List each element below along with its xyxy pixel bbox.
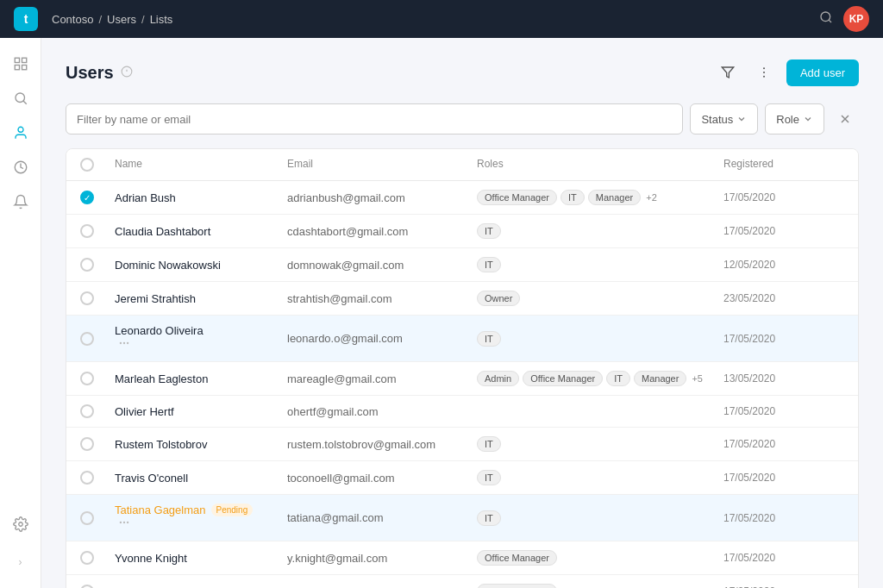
role-tag: IT — [477, 331, 501, 347]
sidebar-expand-button[interactable]: › — [5, 547, 36, 578]
status-filter-dropdown[interactable]: Status — [690, 103, 758, 134]
main-layout: › Users — [0, 38, 883, 588]
global-search-icon[interactable] — [819, 10, 833, 28]
breadcrumb-contoso[interactable]: Contoso — [52, 13, 93, 26]
registered-date: 17/05/2020 — [723, 552, 844, 564]
role-extra-count: +5 — [692, 373, 703, 384]
sidebar-item-settings[interactable] — [5, 509, 36, 540]
table-row[interactable]: Tatiana GagelmanPendingtatiana@gmail.com… — [66, 495, 858, 541]
roles-cell: IT — [477, 257, 723, 272]
sidebar-item-dashboard[interactable] — [5, 48, 36, 79]
user-email: rustem.tolstobrov@gmail.com — [287, 438, 477, 451]
page-title: Users — [66, 63, 114, 83]
svg-point-8 — [18, 127, 23, 132]
svg-point-17 — [763, 76, 765, 78]
user-email: toconoell@gmail.com — [287, 472, 477, 485]
table-row[interactable]: Olivier Hertfohertf@gmail.com17/05/2020 — [66, 396, 858, 428]
row-checkbox[interactable] — [80, 437, 94, 451]
breadcrumb-users[interactable]: Users — [107, 13, 136, 26]
filter-input-wrapper[interactable] — [66, 103, 683, 134]
row-checkbox[interactable] — [80, 191, 94, 204]
user-email: mareagle@gmail.com — [287, 372, 477, 385]
row-checkbox[interactable] — [80, 471, 94, 485]
user-name: Leonardo Oliveira — [115, 324, 287, 337]
svg-point-10 — [18, 522, 22, 527]
sidebar-item-notifications[interactable] — [5, 186, 36, 217]
header-roles: Roles — [477, 158, 723, 172]
table-header: Name Email Roles Registered — [66, 149, 858, 181]
filter-clear-button[interactable] — [831, 105, 859, 133]
role-tag: Manager — [634, 371, 686, 386]
user-email: cdashtabort@gmail.com — [287, 225, 477, 238]
sidebar-item-search[interactable] — [5, 83, 36, 114]
user-email: ohertf@gmail.com — [287, 405, 477, 418]
header-checkbox-col — [80, 158, 115, 172]
registered-date: 12/05/2020 — [723, 259, 844, 271]
role-tag: Office Manager — [523, 371, 603, 386]
row-checkbox[interactable] — [80, 258, 94, 272]
role-tag: Office Manager — [477, 550, 557, 566]
table-row[interactable]: Rustem Tolstobrovrustem.tolstobrov@gmail… — [66, 428, 858, 461]
roles-cell: IT — [477, 436, 723, 452]
table-body: Adrian Bushadrianbush@gmail.comOffice Ma… — [66, 181, 858, 588]
add-user-button[interactable]: Add user — [786, 59, 859, 86]
registered-date: 17/05/2020 — [723, 405, 844, 417]
role-tag: IT — [477, 257, 501, 272]
svg-rect-4 — [15, 66, 19, 70]
row-more-icon[interactable] — [115, 334, 134, 355]
role-tag: IT — [477, 223, 501, 239]
user-email: leonardo.o@gmail.com — [287, 332, 477, 345]
row-checkbox[interactable] — [80, 511, 94, 525]
registered-date: 17/05/2020 — [723, 438, 844, 450]
table-row[interactable]: Dominic Nowakowskidomnowak@gmail.comIT12… — [66, 248, 858, 282]
table-row[interactable]: Claudia Dashtabortcdashtabort@gmail.comI… — [66, 215, 858, 248]
select-all-checkbox[interactable] — [80, 158, 94, 172]
row-checkbox[interactable] — [80, 404, 94, 418]
row-checkbox[interactable] — [80, 332, 94, 346]
user-name: Rustem Tolstobrov — [115, 438, 287, 451]
table-row[interactable]: Yvonne Knighty.knight@gmail.comOffice Ma… — [66, 541, 858, 575]
table-row[interactable]: Marleah Eaglestonmareagle@gmail.comAdmin… — [66, 362, 858, 396]
roles-cell: Office ManagerITManager+2 — [477, 190, 723, 205]
user-email: tatiana@gmail.com — [287, 511, 477, 524]
sidebar-item-activity[interactable] — [5, 152, 36, 183]
row-checkbox[interactable] — [80, 291, 94, 305]
svg-point-25 — [127, 522, 128, 523]
table-row[interactable]: Jeremi Strahtishstrahtish@gmail.comOwner… — [66, 282, 858, 316]
registered-date: 17/05/2020 — [723, 225, 844, 237]
role-tag: IT — [560, 190, 585, 205]
more-options-button[interactable] — [750, 59, 778, 86]
row-checkbox[interactable] — [80, 585, 94, 588]
app-logo[interactable]: t — [14, 7, 38, 31]
registered-date: 17/05/2020 — [723, 191, 844, 203]
header-email: Email — [287, 158, 477, 172]
svg-point-24 — [123, 522, 125, 523]
row-checkbox[interactable] — [80, 551, 94, 565]
svg-line-1 — [829, 20, 831, 22]
svg-rect-2 — [15, 58, 19, 62]
page-title-info-icon — [121, 66, 133, 80]
roles-cell: IT — [477, 223, 723, 239]
breadcrumb-lists[interactable]: Lists — [150, 13, 173, 26]
page-header: Users — [66, 59, 859, 86]
table-row[interactable]: Leonardo Oliveiraleonardo.o@gmail.comIT1… — [66, 316, 858, 362]
svg-point-22 — [127, 342, 128, 344]
role-filter-dropdown[interactable]: Role — [765, 103, 824, 134]
user-avatar[interactable]: KP — [843, 6, 869, 32]
filter-input[interactable] — [77, 113, 672, 126]
table-row[interactable]: Travis O'conelltoconoell@gmail.comIT17/0… — [66, 461, 858, 495]
registered-date: 17/05/2020 — [723, 333, 844, 345]
table-row[interactable]: Adrian Bushadrianbush@gmail.comOffice Ma… — [66, 181, 858, 215]
user-email: adrianbush@gmail.com — [287, 191, 477, 204]
roles-cell: Office Manager — [477, 584, 723, 588]
top-navigation: t Contoso / Users / Lists KP — [0, 0, 883, 38]
row-checkbox[interactable] — [80, 372, 94, 385]
user-name: Olivier Hertf — [115, 405, 287, 418]
sidebar-item-users[interactable] — [5, 117, 36, 148]
row-more-icon[interactable] — [115, 513, 134, 535]
row-checkbox[interactable] — [80, 224, 94, 238]
role-tag: Office Manager — [477, 190, 557, 205]
user-name: Yvonne Knight — [115, 585, 287, 589]
table-row[interactable]: Yvonne Knighty.knight@gmail.comOffice Ma… — [66, 575, 858, 588]
filter-icon-button[interactable] — [714, 59, 742, 86]
